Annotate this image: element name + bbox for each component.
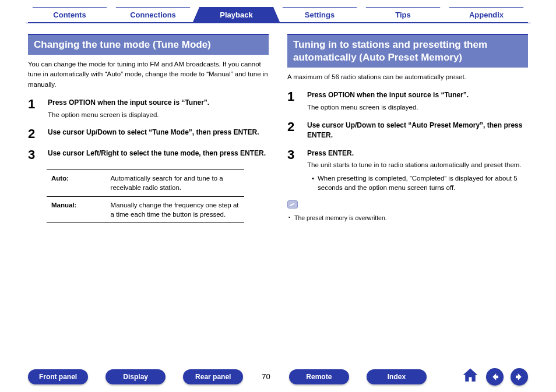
right-section-title: Tuning in to stations and presetting the… [287,34,528,68]
mode-desc: Manually change the frequency one step a… [106,196,244,223]
index-button[interactable]: Index [367,369,427,384]
step-heading: Use cursor Up/Down to select “Tune Mode”… [48,128,269,137]
table-row: Manual: Manually change the frequency on… [47,196,244,223]
tab-contents[interactable]: Contents [26,7,114,23]
note-text: The preset memory is overwritten. [287,214,528,223]
page-content: Changing the tune mode (Tune Mode) You c… [0,23,556,223]
right-column: Tuning in to stations and presetting the… [287,34,528,223]
front-panel-button[interactable]: Front panel [28,369,88,384]
step-body: Press ENTER. The unit starts to tune in … [307,149,528,193]
left-section-title: Changing the tune mode (Tune Mode) [28,34,269,55]
step-number: 3 [28,149,40,161]
step-body: Use cursor Up/Down to select “Auto Prese… [307,121,528,140]
step-subtext: The option menu screen is displayed. [307,103,528,112]
step-heading: Use cursor Left/Right to select the tune… [48,149,269,158]
step-body: Use cursor Up/Down to select “Tune Mode”… [48,128,269,137]
tab-tips[interactable]: Tips [359,7,447,23]
display-button[interactable]: Display [105,369,166,384]
tab-settings[interactable]: Settings [276,7,364,23]
step-heading: Press OPTION when the input source is “T… [307,90,528,100]
prev-page-icon[interactable] [486,368,504,386]
tune-mode-table: Auto: Automatically search for and tune … [47,169,244,223]
left-step-2: 2 Use cursor Up/Down to select “Tune Mod… [28,128,269,140]
tab-playback[interactable]: Playback [192,7,280,23]
step-bullet: When presetting is completed, “Completed… [312,174,528,192]
right-step-3: 3 Press ENTER. The unit starts to tune i… [287,149,528,193]
bottom-nav: Front panel Display Rear panel 70 Remote… [0,367,556,386]
right-step-1: 1 Press OPTION when the input source is … [287,90,528,112]
mode-desc: Automatically search for and tune to a r… [106,170,244,196]
nav-icons [462,367,528,386]
left-step-3: 3 Use cursor Left/Right to select the tu… [28,149,269,161]
next-page-icon[interactable] [511,368,528,386]
note-icon [287,200,298,209]
remote-button[interactable]: Remote [289,369,349,384]
right-intro: A maximum of 56 radio stations can be au… [287,72,528,82]
note-block: The preset memory is overwritten. [287,200,528,223]
step-number: 2 [287,121,299,133]
step-heading: Press OPTION when the input source is “T… [48,98,269,108]
mode-key: Manual: [47,196,106,223]
tab-appendix[interactable]: Appendix [442,7,530,23]
left-column: Changing the tune mode (Tune Mode) You c… [28,34,269,223]
step-subtext: The unit starts to tune in to radio stat… [307,160,528,170]
tab-connections[interactable]: Connections [109,7,197,23]
step-heading: Use cursor Up/Down to select “Auto Prese… [307,121,528,140]
mode-key: Auto: [47,170,106,196]
step-number: 3 [287,149,299,161]
rear-panel-button[interactable]: Rear panel [183,369,243,384]
step-heading: Press ENTER. [307,149,528,158]
top-nav: Contents Connections Playback Settings T… [0,0,556,23]
right-step-2: 2 Use cursor Up/Down to select “Auto Pre… [287,121,528,140]
step-number: 1 [28,98,40,111]
page-number: 70 [261,372,271,381]
left-step-1: 1 Press OPTION when the input source is … [28,98,269,119]
right-steps: 1 Press OPTION when the input source is … [287,90,528,192]
step-subtext: The option menu screen is displayed. [48,110,269,120]
step-number: 2 [28,128,40,140]
left-steps: 1 Press OPTION when the input source is … [28,98,269,161]
home-icon[interactable] [462,367,479,386]
left-intro: You can change the mode for tuning into … [28,59,269,90]
table-row: Auto: Automatically search for and tune … [47,170,244,196]
step-body: Press OPTION when the input source is “T… [307,90,528,112]
step-number: 1 [287,90,299,103]
step-body: Use cursor Left/Right to select the tune… [48,149,269,158]
step-body: Press OPTION when the input source is “T… [48,98,269,119]
